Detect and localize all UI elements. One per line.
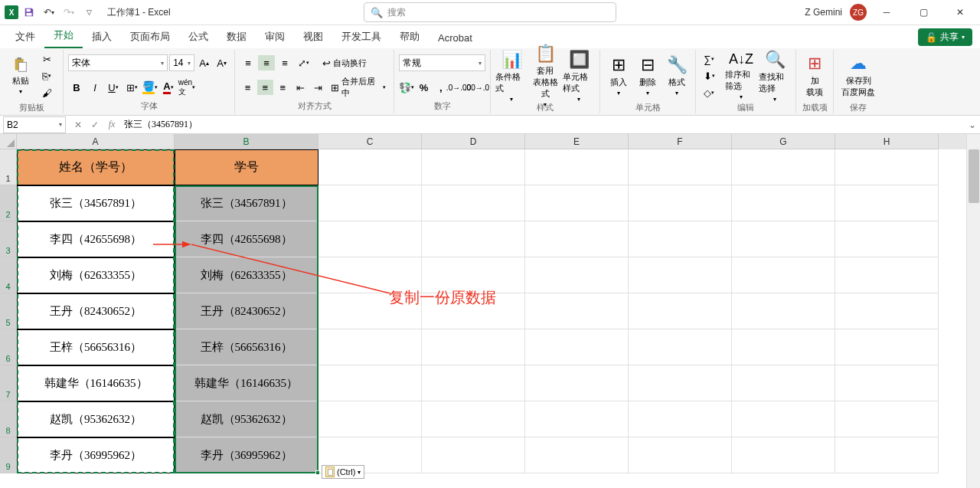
cell-E7[interactable]: [525, 365, 629, 401]
cell-F8[interactable]: [629, 401, 732, 437]
tab-review[interactable]: 审阅: [256, 25, 294, 48]
wrap-text-button[interactable]: ↩ 自动换行: [319, 55, 370, 70]
cell-H2[interactable]: [835, 185, 939, 221]
cell-F7[interactable]: [629, 365, 732, 401]
row-header-1[interactable]: 1: [0, 149, 17, 185]
cell-F6[interactable]: [629, 329, 732, 365]
name-box[interactable]: B2▾: [3, 116, 66, 133]
border-button[interactable]: ⊞▾: [123, 80, 140, 95]
cell-D5[interactable]: [422, 293, 525, 329]
cell-F9[interactable]: [629, 437, 732, 473]
cell-G2[interactable]: [732, 185, 835, 221]
column-header-B[interactable]: B: [175, 134, 318, 149]
user-avatar[interactable]: ZG: [850, 4, 867, 21]
column-headers[interactable]: ABCDEFGH: [17, 134, 966, 149]
cell-G9[interactable]: [732, 437, 835, 473]
close-button[interactable]: ✕: [943, 1, 977, 24]
number-format-select[interactable]: 常规▾: [399, 54, 485, 71]
cell-E9[interactable]: [525, 437, 629, 473]
decrease-indent-button[interactable]: ⇤: [292, 80, 309, 95]
font-name-select[interactable]: 宋体▾: [68, 54, 168, 71]
column-header-F[interactable]: F: [629, 134, 732, 149]
cell-G6[interactable]: [732, 329, 835, 365]
cut-button[interactable]: ✂: [38, 51, 55, 67]
cell-B3[interactable]: 李四（42655698）: [175, 221, 318, 257]
cell-H3[interactable]: [835, 221, 939, 257]
copy-button[interactable]: ⎘▾: [38, 68, 55, 84]
cell-G7[interactable]: [732, 365, 835, 401]
phonetic-button[interactable]: wén文▾: [178, 80, 195, 95]
share-button[interactable]: 🔓 共享 ▾: [918, 28, 972, 46]
cell-A3[interactable]: 李四（42655698）: [17, 221, 175, 257]
tab-help[interactable]: 帮助: [390, 25, 429, 48]
font-color-button[interactable]: A▾: [160, 80, 177, 95]
sort-filter-button[interactable]: A↓Z排序和筛选▾: [725, 51, 757, 100]
align-center-button[interactable]: ≡: [257, 80, 273, 95]
cell-E4[interactable]: [525, 257, 629, 293]
undo-button[interactable]: ↶▾: [40, 3, 58, 21]
orientation-button[interactable]: ⤢▾: [295, 55, 312, 70]
tab-home[interactable]: 开始: [44, 24, 83, 48]
decrease-decimal-button[interactable]: .00→.0: [469, 80, 485, 95]
maximize-button[interactable]: ▢: [906, 1, 940, 24]
align-bottom-button[interactable]: ≡: [276, 55, 293, 70]
cell-F5[interactable]: [629, 293, 732, 329]
increase-font-button[interactable]: A▴: [196, 55, 212, 70]
cell-D2[interactable]: [422, 185, 525, 221]
cell-E3[interactable]: [525, 221, 629, 257]
select-all-button[interactable]: [0, 134, 17, 149]
row-headers[interactable]: 123456789: [0, 149, 17, 473]
percent-button[interactable]: %: [416, 80, 431, 95]
tab-view[interactable]: 视图: [294, 25, 332, 48]
cell-H8[interactable]: [835, 401, 939, 437]
cell-D1[interactable]: [422, 149, 525, 185]
underline-button[interactable]: U▾: [105, 80, 122, 95]
row-header-7[interactable]: 7: [0, 365, 17, 401]
bold-button[interactable]: B: [68, 80, 85, 95]
paste-button[interactable]: 粘贴▾: [5, 51, 37, 100]
cell-H7[interactable]: [835, 365, 939, 401]
expand-formula-bar[interactable]: ⌄: [965, 120, 980, 130]
conditional-format-button[interactable]: 📊条件格式▾: [495, 51, 528, 100]
tab-layout[interactable]: 页面布局: [121, 25, 179, 48]
row-header-5[interactable]: 5: [0, 293, 17, 329]
cell-B2[interactable]: 张三（34567891）: [175, 185, 318, 221]
cell-B9[interactable]: 李丹（36995962）: [175, 437, 318, 473]
cell-C8[interactable]: [318, 401, 422, 437]
vertical-scrollbar[interactable]: [966, 134, 980, 488]
cell-E2[interactable]: [525, 185, 629, 221]
cell-E6[interactable]: [525, 329, 629, 365]
cell-E8[interactable]: [525, 401, 629, 437]
cell-G5[interactable]: [732, 293, 835, 329]
align-right-button[interactable]: ≡: [275, 80, 291, 95]
align-top-button[interactable]: ≡: [240, 55, 256, 70]
cell-C5[interactable]: [318, 293, 422, 329]
cell-D9[interactable]: [422, 437, 525, 473]
cell-styles-button[interactable]: 🔲单元格样式▾: [563, 51, 595, 100]
cell-C3[interactable]: [318, 221, 422, 257]
cell-G1[interactable]: [732, 149, 835, 185]
cell-H1[interactable]: [835, 149, 939, 185]
cell-B8[interactable]: 赵凯（95362632）: [175, 401, 318, 437]
accounting-format-button[interactable]: 💱▾: [399, 80, 414, 95]
format-as-table-button[interactable]: 📋套用 表格格式▾: [529, 51, 561, 100]
formula-input[interactable]: 张三（34567891）: [119, 118, 965, 131]
fx-button[interactable]: fx: [104, 117, 119, 133]
cell-F4[interactable]: [629, 257, 732, 293]
cell-B7[interactable]: 韩建华（16146635）: [175, 365, 318, 401]
cell-A9[interactable]: 李丹（36995962）: [17, 437, 175, 473]
column-header-E[interactable]: E: [525, 134, 629, 149]
cell-D4[interactable]: [422, 257, 525, 293]
cell-C6[interactable]: [318, 329, 422, 365]
font-size-select[interactable]: 14▾: [169, 54, 194, 71]
cell-F1[interactable]: [629, 149, 732, 185]
cancel-formula-button[interactable]: ✕: [70, 117, 86, 133]
enter-formula-button[interactable]: ✓: [87, 117, 103, 133]
cell-D7[interactable]: [422, 365, 525, 401]
cell-F2[interactable]: [629, 185, 732, 221]
tab-acrobat[interactable]: Acrobat: [429, 28, 482, 48]
row-header-4[interactable]: 4: [0, 257, 17, 293]
cell-D8[interactable]: [422, 401, 525, 437]
cell-G4[interactable]: [732, 257, 835, 293]
row-header-2[interactable]: 2: [0, 185, 17, 221]
